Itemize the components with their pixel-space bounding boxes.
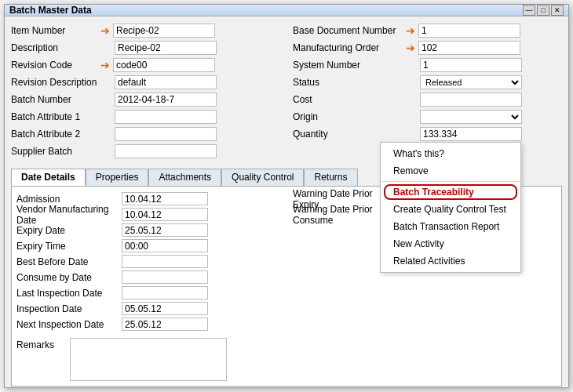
vendor-mfg-date-row: Vendor Manufacturing Date	[16, 207, 280, 222]
supplier-batch-input[interactable]	[115, 144, 217, 158]
item-number-arrow: ➔	[100, 24, 110, 37]
inspection-date-row: Inspection Date	[16, 301, 280, 316]
description-label: Description	[11, 42, 97, 53]
last-inspection-row: Last Inspection Date	[16, 285, 280, 300]
base-doc-input[interactable]	[418, 24, 520, 38]
revision-code-arrow: ➔	[100, 59, 110, 71]
form-left: Item Number ➔ Description Revision Code …	[11, 23, 280, 159]
ctx-separator	[381, 181, 520, 182]
batch-attr1-label: Batch Attribute 1	[11, 111, 97, 122]
next-inspection-label: Next Inspection Date	[16, 319, 119, 330]
batch-number-row: Batch Number	[11, 92, 280, 107]
revision-desc-row: Revision Description	[11, 74, 280, 90]
form-right: Base Document Number ➔ Manufacturing Ord…	[293, 23, 562, 159]
ctx-create-qc-test[interactable]: Create Quality Control Test	[381, 201, 520, 218]
consume-by-label: Consume by Date	[16, 272, 119, 283]
admission-input[interactable]	[122, 192, 208, 205]
mfg-order-row: Manufacturing Order ➔	[293, 40, 562, 56]
minimize-button[interactable]: —	[523, 5, 535, 16]
expiry-date-row: Expiry Date	[16, 223, 280, 238]
batch-attr2-label: Batch Attribute 2	[11, 129, 97, 140]
context-menu: What's this? Remove Batch Traceability C…	[380, 142, 521, 273]
base-doc-row: Base Document Number ➔	[293, 23, 562, 38]
system-num-label: System Number	[293, 60, 403, 71]
batch-number-label: Batch Number	[11, 94, 97, 105]
batch-attr2-row: Batch Attribute 2	[11, 126, 280, 142]
base-doc-label: Base Document Number	[293, 25, 403, 36]
batch-attr2-input[interactable]	[115, 127, 217, 141]
last-inspection-label: Last Inspection Date	[16, 288, 119, 299]
consume-by-row: Consume by Date	[16, 270, 280, 285]
ctx-remove[interactable]: Remove	[381, 162, 520, 180]
next-inspection-input[interactable]	[122, 318, 208, 331]
remarks-section: Remarks	[16, 338, 557, 381]
best-before-row: Best Before Date	[16, 254, 280, 269]
cost-input[interactable]	[420, 93, 522, 107]
window-title: Batch Master Data	[9, 5, 92, 16]
item-number-row: Item Number ➔	[11, 23, 280, 38]
ctx-batch-transaction-report[interactable]: Batch Transaction Report	[381, 218, 520, 235]
cost-row: Cost	[293, 92, 562, 107]
base-doc-arrow: ➔	[406, 24, 415, 37]
window-controls: — □ ✕	[523, 5, 564, 16]
quantity-row: Quantity	[293, 126, 562, 142]
quantity-label: Quantity	[293, 129, 403, 140]
supplier-batch-label: Supplier Batch	[11, 146, 97, 157]
ctx-related-activities[interactable]: Related Activities	[381, 252, 520, 270]
remarks-textarea[interactable]	[70, 338, 227, 381]
item-number-input[interactable]	[113, 24, 215, 38]
revision-code-label: Revision Code	[11, 60, 97, 71]
origin-row: Origin	[293, 109, 562, 125]
batch-attr1-row: Batch Attribute 1	[11, 109, 280, 125]
system-num-row: System Number	[293, 57, 562, 73]
batch-number-input[interactable]	[115, 93, 217, 107]
admission-label: Admission	[16, 194, 119, 205]
best-before-input[interactable]	[122, 255, 208, 268]
origin-label: Origin	[293, 111, 403, 122]
supplier-batch-row: Supplier Batch	[11, 143, 280, 159]
revision-code-row: Revision Code ➔	[11, 57, 280, 73]
tab-returns[interactable]: Returns	[304, 169, 357, 186]
batch-attr1-input[interactable]	[115, 110, 217, 124]
revision-desc-label: Revision Description	[11, 77, 97, 88]
expiry-time-label: Expiry Time	[16, 241, 119, 252]
status-select[interactable]: Released	[420, 75, 522, 89]
inspection-date-label: Inspection Date	[16, 303, 119, 314]
tab-properties[interactable]: Properties	[86, 169, 149, 186]
tab-attachments[interactable]: Attachments	[148, 169, 221, 186]
close-button[interactable]: ✕	[551, 5, 564, 16]
inspection-date-input[interactable]	[122, 302, 208, 315]
tab-quality-control[interactable]: Quality Control	[221, 169, 304, 186]
mfg-order-arrow: ➔	[406, 42, 415, 54]
ctx-whats-this[interactable]: What's this?	[381, 145, 520, 162]
batch-master-data-window: Batch Master Data — □ ✕ Item Number ➔ De…	[4, 4, 569, 388]
description-row: Description	[11, 40, 280, 56]
mfg-order-label: Manufacturing Order	[293, 42, 403, 53]
description-input[interactable]	[115, 41, 217, 55]
tab-date-details[interactable]: Date Details	[11, 169, 86, 186]
cost-label: Cost	[293, 94, 403, 105]
consume-by-input[interactable]	[122, 270, 208, 284]
revision-desc-input[interactable]	[115, 75, 217, 89]
ctx-batch-traceability[interactable]: Batch Traceability	[381, 183, 520, 201]
status-label: Status	[293, 77, 403, 88]
quantity-input[interactable]	[420, 127, 522, 141]
expiry-time-input[interactable]	[122, 239, 208, 252]
system-num-input[interactable]	[420, 58, 522, 72]
last-inspection-input[interactable]	[122, 286, 208, 299]
ctx-new-activity[interactable]: New Activity	[381, 235, 520, 252]
maximize-button[interactable]: □	[537, 5, 549, 16]
title-bar: Batch Master Data — □ ✕	[5, 5, 568, 16]
next-inspection-row: Next Inspection Date	[16, 317, 280, 332]
expiry-time-row: Expiry Time	[16, 238, 280, 253]
vendor-mfg-date-input[interactable]	[122, 208, 208, 221]
expiry-date-input[interactable]	[122, 223, 208, 237]
origin-select[interactable]	[420, 110, 522, 124]
best-before-label: Best Before Date	[16, 256, 119, 267]
form-section: Item Number ➔ Description Revision Code …	[11, 23, 562, 159]
remarks-label: Remarks	[16, 338, 64, 350]
mfg-order-input[interactable]	[418, 41, 520, 55]
revision-code-input[interactable]	[113, 58, 215, 72]
expiry-date-label: Expiry Date	[16, 225, 119, 236]
status-row: Status Released	[293, 74, 562, 90]
